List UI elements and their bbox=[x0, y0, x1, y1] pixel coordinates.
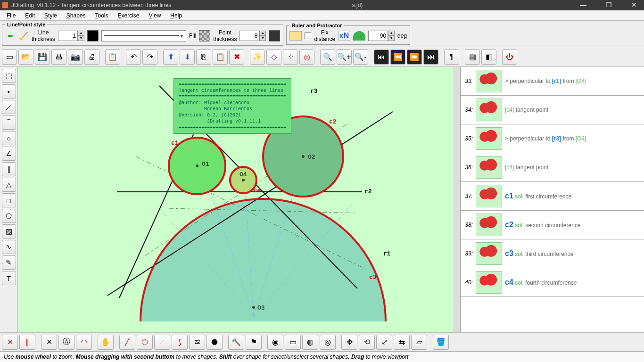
angle-icon[interactable]: ∠ bbox=[2, 147, 16, 161]
step-35[interactable]: 35:> perpendicular to [r3] from [O4] bbox=[461, 124, 644, 153]
pilcrow-icon[interactable]: ¶ bbox=[444, 49, 459, 65]
square-icon[interactable]: □ bbox=[2, 193, 16, 207]
select-all-icon[interactable]: ▦ bbox=[465, 49, 480, 65]
line-thickness-input[interactable] bbox=[58, 31, 78, 41]
copy-icon[interactable]: ⎘ bbox=[196, 49, 211, 65]
zoom-out-icon[interactable]: 🔍- bbox=[353, 49, 368, 65]
menu-shapes[interactable]: Shapes bbox=[62, 11, 91, 20]
broom-icon[interactable]: 🧹 bbox=[18, 28, 29, 43]
zoom-fit-icon[interactable]: 🔍 bbox=[320, 49, 335, 65]
scale-icon[interactable]: ⤢ bbox=[376, 335, 392, 350]
line-style-dropdown[interactable]: ▼ bbox=[101, 30, 186, 41]
redo-icon[interactable]: ↷ bbox=[142, 49, 157, 65]
undo-icon[interactable]: ↶ bbox=[126, 49, 141, 65]
ruler-icon[interactable] bbox=[289, 31, 302, 41]
fill-swatch[interactable] bbox=[199, 30, 210, 41]
spin-down-icon[interactable]: ▼ bbox=[78, 36, 84, 41]
circles2-icon[interactable]: ◎ bbox=[320, 335, 336, 350]
line-thickness-spinner[interactable]: ▲▼ bbox=[58, 31, 84, 41]
menu-tools[interactable]: Tools bbox=[90, 11, 113, 20]
step-39[interactable]: 39:c3 sol: third circumference bbox=[461, 239, 644, 268]
prev-icon[interactable]: ⏪ bbox=[390, 49, 405, 65]
step-33[interactable]: 33:> perpendicular to [r1] from [O4] bbox=[461, 67, 644, 96]
brush-icon[interactable]: ✒ bbox=[5, 28, 16, 43]
menu-view[interactable]: View bbox=[144, 11, 166, 20]
menu-style[interactable]: Style bbox=[40, 11, 62, 20]
drawing-canvas[interactable]: O1 O2 O3 O4 c1 c2 c3 c4 r1 r2 r3 =======… bbox=[18, 67, 460, 332]
triangle-icon[interactable]: △ bbox=[2, 178, 16, 192]
down-icon[interactable]: ⬇ bbox=[180, 49, 195, 65]
minimize-button[interactable]: — bbox=[575, 1, 591, 9]
clipboard-icon[interactable]: 📋 bbox=[213, 49, 228, 65]
intersect-icon[interactable]: ✕ bbox=[2, 335, 18, 350]
flag-icon[interactable]: ⚑ bbox=[246, 335, 262, 350]
hatch-icon[interactable]: ▨ bbox=[2, 224, 16, 239]
step-40[interactable]: 40:c4 sol: fourth circumference bbox=[461, 268, 644, 297]
paste-icon[interactable]: 📋 bbox=[105, 49, 120, 65]
dots-icon[interactable]: ⁘ bbox=[283, 49, 298, 65]
line-color-swatch[interactable] bbox=[87, 30, 99, 41]
point-color-swatch[interactable] bbox=[269, 30, 280, 41]
menu-exercise[interactable]: Exercise bbox=[113, 11, 144, 20]
printer2-icon[interactable]: 🖨 bbox=[84, 49, 99, 65]
maximize-button[interactable]: ❐ bbox=[601, 1, 617, 9]
seg-icon[interactable]: ╱ bbox=[119, 335, 135, 350]
spin-up-icon[interactable]: ▲ bbox=[78, 31, 84, 36]
fix-distance-checkbox[interactable] bbox=[305, 33, 311, 39]
print-icon[interactable]: 🖶 bbox=[51, 49, 66, 65]
zoom-in-icon[interactable]: 🔍+ bbox=[337, 49, 352, 65]
hex-icon[interactable]: ⬡ bbox=[137, 335, 153, 350]
circles-icon[interactable]: ◍ bbox=[302, 335, 318, 350]
rotate-icon[interactable]: ⟲ bbox=[359, 335, 375, 350]
rect-icon[interactable]: ▭ bbox=[285, 335, 301, 350]
delete-icon[interactable]: ✖ bbox=[229, 49, 244, 65]
last-icon[interactable]: ⏭ bbox=[423, 49, 438, 65]
new-icon[interactable]: ▭ bbox=[2, 49, 17, 65]
angle-input[interactable] bbox=[368, 31, 388, 41]
first-icon[interactable]: ⏮ bbox=[374, 49, 389, 65]
line-icon[interactable]: ／ bbox=[2, 100, 16, 114]
hammer-icon[interactable]: 🔨 bbox=[228, 335, 244, 350]
parallel2-icon[interactable]: ∥ bbox=[19, 335, 35, 350]
selection-icon[interactable]: ⬚ bbox=[2, 69, 16, 83]
overlap-icon[interactable]: ◉ bbox=[267, 335, 283, 350]
xn-button[interactable]: xN bbox=[338, 31, 350, 41]
menu-help[interactable]: Help bbox=[165, 11, 187, 20]
compass-icon[interactable]: Ⓐ bbox=[58, 335, 74, 350]
pencil-icon[interactable]: ✎ bbox=[2, 255, 16, 270]
seg2-icon[interactable]: ⟋ bbox=[154, 335, 170, 350]
power-icon[interactable]: ⏻ bbox=[502, 49, 517, 65]
point-thickness-spinner[interactable]: ▲▼ bbox=[239, 31, 266, 41]
arc-icon[interactable]: ⌒ bbox=[2, 115, 16, 130]
open-icon[interactable]: 📂 bbox=[18, 49, 33, 65]
polygon-icon[interactable]: ⬠ bbox=[2, 209, 16, 223]
text-icon[interactable]: T bbox=[2, 271, 16, 285]
bisector-icon[interactable]: ✕ bbox=[41, 335, 57, 350]
bucket-icon[interactable]: 🪣 bbox=[433, 335, 449, 350]
point-thickness-input[interactable] bbox=[239, 31, 259, 41]
step-34[interactable]: 34:[c4] tangent point bbox=[461, 96, 644, 124]
step-36[interactable]: 36:[c4] tangent point bbox=[461, 153, 644, 182]
up-icon[interactable]: ⬆ bbox=[163, 49, 178, 65]
target-icon[interactable]: ◎ bbox=[299, 49, 314, 65]
angle-spinner[interactable]: ▲▼ bbox=[368, 31, 395, 41]
diamond-icon[interactable]: ◇ bbox=[266, 49, 281, 65]
point-icon[interactable]: • bbox=[2, 84, 16, 99]
wave-icon[interactable]: ≋ bbox=[189, 335, 205, 350]
menu-edit[interactable]: Edit bbox=[20, 11, 40, 20]
mirror-icon[interactable]: ⇆ bbox=[394, 335, 410, 350]
save-icon[interactable]: 💾 bbox=[35, 49, 50, 65]
step-37[interactable]: 37:c1 sol: first circumference bbox=[461, 182, 644, 211]
menu-file[interactable]: File bbox=[2, 11, 20, 20]
circle-icon[interactable]: ○ bbox=[2, 131, 16, 145]
hand-icon[interactable]: ✋ bbox=[98, 335, 114, 350]
protractor-icon[interactable] bbox=[353, 31, 365, 41]
invert-icon[interactable]: ◧ bbox=[481, 49, 496, 65]
close-button[interactable]: ✕ bbox=[626, 1, 642, 9]
next-icon[interactable]: ⏩ bbox=[407, 49, 422, 65]
step-38[interactable]: 38:c2 sol: second circumference bbox=[461, 211, 644, 239]
spline-icon[interactable]: ∿ bbox=[2, 240, 16, 254]
arc2-icon[interactable]: ◠ bbox=[76, 335, 92, 350]
arc3-icon[interactable]: ⟆ bbox=[172, 335, 188, 350]
parallel-icon[interactable]: ∥ bbox=[2, 162, 16, 176]
